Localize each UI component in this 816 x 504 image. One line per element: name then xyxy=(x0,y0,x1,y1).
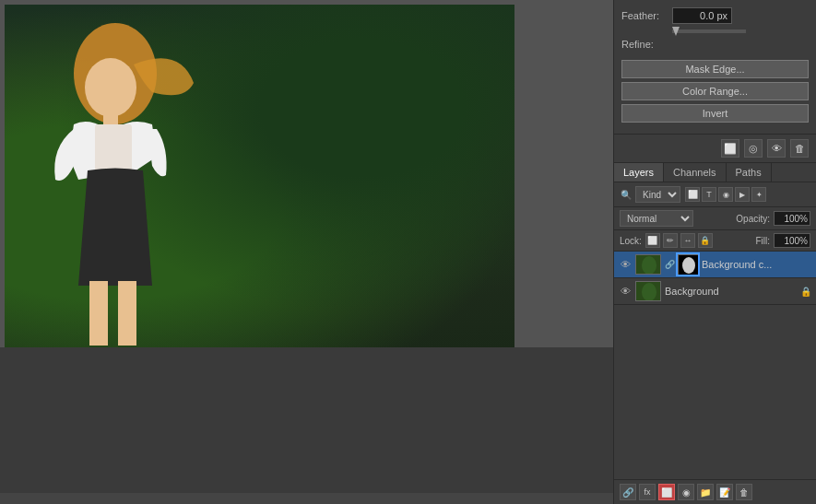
color-range-button[interactable]: Color Range... xyxy=(621,82,809,100)
layer-item-bg-copy[interactable]: 👁 🔗 Background c... xyxy=(614,252,816,278)
layer-link-icon-bg-copy: 🔗 xyxy=(665,258,674,271)
right-panel: Feather: Refine: Mask Edge... Color Rang… xyxy=(613,0,816,504)
filter-icons: ⬜ T ◉ ▶ ✦ xyxy=(685,187,766,202)
new-group-icon[interactable]: 📁 xyxy=(697,484,714,500)
filter-text-icon[interactable]: T xyxy=(702,187,716,202)
svg-point-1 xyxy=(85,58,136,117)
filter-icon: 🔍 xyxy=(620,188,633,201)
svg-point-9 xyxy=(682,257,695,274)
layer-thumbnail-bg-copy xyxy=(635,254,661,275)
invert-button[interactable]: Invert xyxy=(621,104,809,123)
feather-slider-track[interactable] xyxy=(672,29,746,33)
feather-section: Feather: Refine: Mask Edge... Color Rang… xyxy=(614,0,816,135)
fill-label: Fill: xyxy=(755,236,770,246)
layer-visibility-bg-copy[interactable]: 👁 xyxy=(619,258,632,271)
lock-icons: ⬜ ✏ ↔ 🔒 xyxy=(645,233,713,248)
feather-row: Feather: xyxy=(621,7,809,24)
svg-rect-5 xyxy=(118,281,136,346)
link-layers-icon[interactable]: 🔗 xyxy=(620,484,636,500)
add-mask-icon[interactable]: ⬜ xyxy=(658,484,675,500)
feather-slider-thumb[interactable] xyxy=(672,27,680,36)
adjustment-layer-icon[interactable]: ◉ xyxy=(678,484,694,500)
opacity-label: Opacity: xyxy=(736,214,770,224)
svg-point-11 xyxy=(642,283,656,301)
filter-shape-icon[interactable]: ✦ xyxy=(751,187,766,202)
blend-mode-select[interactable]: Normal Multiply Screen Overlay xyxy=(620,210,693,227)
layer-mask-thumbnail-bg-copy xyxy=(678,254,698,275)
svg-rect-3 xyxy=(95,124,132,175)
layer-lock-icon: 🔒 xyxy=(800,286,811,297)
fill-input[interactable] xyxy=(774,233,810,248)
refine-label-row: Refine: xyxy=(621,39,809,54)
svg-point-7 xyxy=(642,256,656,275)
tab-layers[interactable]: Layers xyxy=(614,163,664,182)
canvas-bottom xyxy=(0,347,613,504)
lock-transparent-icon[interactable]: ⬜ xyxy=(645,233,660,248)
feather-input[interactable] xyxy=(672,7,732,24)
kind-select[interactable]: Kind xyxy=(635,186,680,203)
layer-name-bg-copy: Background c... xyxy=(702,259,811,270)
blend-mode-row: Normal Multiply Screen Overlay Opacity: xyxy=(614,207,816,230)
tab-channels[interactable]: Channels xyxy=(664,163,726,182)
feather-slider-row xyxy=(621,29,809,33)
canvas-image xyxy=(5,5,514,350)
lock-pixels-icon[interactable]: ✏ xyxy=(663,233,678,248)
woman-figure xyxy=(23,18,207,350)
tool-icon-row: ⬜ ◎ 👁 🗑 xyxy=(614,135,816,163)
canvas-area xyxy=(0,0,613,504)
layers-list: 👁 🔗 Background c... 👁 xyxy=(614,252,816,479)
opacity-input[interactable] xyxy=(774,211,810,226)
eye-icon[interactable]: 👁 xyxy=(767,139,786,158)
svg-rect-4 xyxy=(89,281,108,346)
layers-tabs: Layers Channels Paths xyxy=(614,163,816,182)
lock-row: Lock: ⬜ ✏ ↔ 🔒 Fill: xyxy=(614,230,816,252)
lock-all-icon[interactable]: 🔒 xyxy=(698,233,713,248)
horizontal-scrollbar[interactable] xyxy=(0,493,613,504)
filter-pixel-icon[interactable]: ⬜ xyxy=(685,187,700,202)
filter-smart-icon[interactable]: ▶ xyxy=(735,187,750,202)
tab-paths[interactable]: Paths xyxy=(727,163,772,182)
layer-thumbnail-background xyxy=(635,281,661,301)
layer-effects-icon[interactable]: fx xyxy=(639,484,656,500)
refine-label: Refine: xyxy=(621,39,654,50)
layer-item-background[interactable]: 👁 Background 🔒 xyxy=(614,278,816,305)
target-icon[interactable]: ◎ xyxy=(744,139,763,158)
lock-position-icon[interactable]: ↔ xyxy=(680,233,695,248)
lock-label: Lock: xyxy=(620,236,642,246)
layer-visibility-background[interactable]: 👁 xyxy=(619,285,632,298)
feather-label: Feather: xyxy=(621,10,672,21)
layer-name-background: Background xyxy=(665,286,797,297)
trash-icon[interactable]: 🗑 xyxy=(790,139,809,158)
filter-row: 🔍 Kind ⬜ T ◉ ▶ ✦ xyxy=(614,182,816,207)
filter-adjustment-icon[interactable]: ◉ xyxy=(718,187,733,202)
delete-layer-icon[interactable]: 🗑 xyxy=(736,484,752,500)
layers-bottom-toolbar: 🔗 fx ⬜ ◉ 📁 📝 🗑 xyxy=(614,479,816,504)
rect-select-icon[interactable]: ⬜ xyxy=(721,139,739,158)
new-layer-icon[interactable]: 📝 xyxy=(716,484,733,500)
mask-edge-button[interactable]: Mask Edge... xyxy=(621,60,809,78)
